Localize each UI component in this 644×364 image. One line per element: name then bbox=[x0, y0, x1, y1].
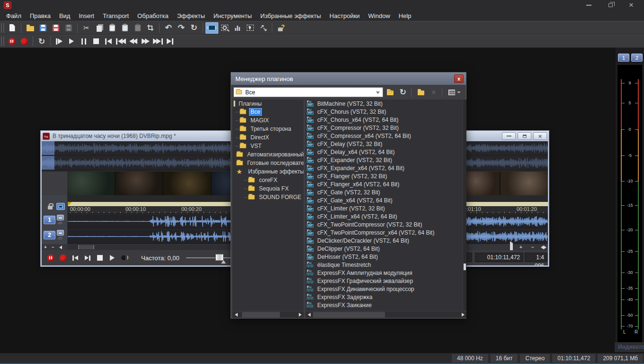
track-2-collapse-button[interactable] bbox=[57, 230, 64, 236]
plugin-list-item[interactable]: Fu VST cFX_Expander (VST2, 32 Bit) bbox=[305, 156, 463, 164]
scroll-left-button[interactable] bbox=[233, 312, 239, 318]
track-1-collapse-button[interactable] bbox=[57, 215, 64, 220]
plugin-list-item[interactable]: Fu VST cFX_Chorus_x64 (VST2, 64 Bit) bbox=[305, 116, 463, 124]
tree-item[interactable]: SOUND FORGE bbox=[233, 193, 304, 201]
view-options-button[interactable] bbox=[446, 87, 464, 98]
tree-item[interactable]: Все bbox=[233, 108, 304, 116]
meter-panel-title[interactable]: Индикато bbox=[615, 342, 644, 352]
zoom-in-button[interactable]: + bbox=[42, 245, 49, 250]
import-folder-button[interactable] bbox=[385, 87, 396, 98]
rescan-plugins-button[interactable] bbox=[397, 87, 409, 98]
doc-play-button[interactable] bbox=[106, 252, 118, 264]
fast-forward-button[interactable] bbox=[139, 36, 152, 47]
meter-preset-2-button[interactable]: 2 bbox=[631, 54, 643, 62]
context-help-button[interactable] bbox=[275, 22, 287, 34]
plugin-list-item[interactable]: Fu VST DeClicker/DeCrackler (VST2, 64 Bi… bbox=[305, 237, 463, 245]
previous-section-button[interactable] bbox=[115, 36, 127, 47]
zoom-out-button[interactable]: − bbox=[49, 245, 57, 250]
zoom-fit-button[interactable] bbox=[541, 246, 546, 249]
chevron-down-icon[interactable] bbox=[376, 91, 380, 94]
tree-item[interactable]: Избранные эффекты bbox=[233, 167, 304, 176]
toolbar-grip[interactable] bbox=[1, 23, 4, 33]
object-mode-icon[interactable] bbox=[56, 203, 65, 210]
scrollbar-thumb[interactable] bbox=[78, 245, 94, 249]
plugin-list-item[interactable]: Fu VST ExpressFX Заикание bbox=[305, 301, 463, 309]
scrollbar-thumb[interactable] bbox=[464, 264, 466, 270]
document-maximize-button[interactable] bbox=[518, 132, 531, 140]
loop-playback-button[interactable] bbox=[36, 36, 48, 47]
plugin-list-item[interactable]: Fu VST cFX_Compressor (VST2, 32 Bit) bbox=[305, 124, 463, 132]
plugin-list-item[interactable]: Fu VST DeClipper (VST2, 64 Bit) bbox=[305, 245, 463, 253]
plugin-list-item[interactable]: Fu VST ExpressFX Графический эквалайзер bbox=[305, 277, 463, 285]
tree-root[interactable]: Плагины bbox=[233, 100, 304, 108]
meter-preset-1-button[interactable]: 1 bbox=[618, 54, 629, 62]
restore-version-button[interactable] bbox=[188, 22, 200, 34]
menu-item[interactable]: Файл bbox=[2, 11, 26, 20]
tree-horizontal-scrollbar[interactable] bbox=[233, 311, 304, 318]
doc-goto-end-button[interactable] bbox=[81, 252, 94, 264]
menu-item[interactable]: Настройки bbox=[325, 11, 364, 20]
plugin-list-item[interactable]: Fu VST cFX_TwoPointCompressor_x64 (VST2,… bbox=[305, 228, 463, 237]
crossfade-button[interactable] bbox=[257, 22, 269, 34]
plugin-list-item[interactable]: Fu VST cFX_TwoPointCompressor (VST2, 32 … bbox=[305, 220, 463, 228]
menu-item[interactable]: Insert bbox=[74, 11, 98, 20]
statistics-button[interactable] bbox=[231, 22, 244, 34]
new-file-button[interactable] bbox=[6, 22, 18, 34]
track-2-button[interactable]: 2 bbox=[44, 231, 55, 239]
doc-stop-button[interactable] bbox=[94, 252, 106, 264]
record-button[interactable] bbox=[18, 36, 30, 47]
save-all-button[interactable] bbox=[62, 22, 75, 34]
range-select-button[interactable] bbox=[244, 22, 257, 34]
plugin-filter-combobox[interactable]: Все bbox=[233, 87, 383, 97]
plugin-list-item[interactable]: Fu VST ExpressFX Динамический процессор bbox=[305, 285, 463, 293]
plugin-list-item[interactable]: Fu VST DeHisser (VST2, 64 Bit) bbox=[305, 253, 463, 261]
scroll-left-button[interactable] bbox=[57, 245, 64, 250]
menu-item[interactable]: Window bbox=[364, 11, 394, 20]
delete-folder-button[interactable] bbox=[428, 87, 439, 98]
menu-item[interactable]: Избранные эффекты bbox=[256, 11, 325, 20]
menu-item[interactable]: Help bbox=[394, 11, 416, 20]
plugin-list-item[interactable]: Fu VST cFX_Gate (VST2, 32 Bit) bbox=[305, 188, 463, 196]
plugin-list-item[interactable]: Fu VST cFX_Expander_x64 (VST2, 64 Bit) bbox=[305, 164, 463, 172]
menu-item[interactable]: Обработка bbox=[133, 11, 173, 20]
play-from-start-button[interactable] bbox=[53, 36, 65, 47]
open-file-button[interactable] bbox=[24, 22, 36, 34]
document-minimize-button[interactable] bbox=[502, 132, 516, 140]
level-meter-panel[interactable]: 1 2 9 5 0 -5 -10 -15 -20 -25 -30 -35 -40… bbox=[616, 48, 644, 342]
list-horizontal-scrollbar[interactable] bbox=[305, 311, 466, 318]
rewind-button[interactable] bbox=[127, 36, 139, 47]
plugin-list-item[interactable]: Fu VST cFX_Gate_x64 (VST2, 64 Bit) bbox=[305, 196, 463, 204]
tree-item[interactable]: Sequoia FX bbox=[233, 184, 304, 193]
goto-start-button[interactable] bbox=[102, 36, 115, 47]
menu-item[interactable]: Transport bbox=[98, 11, 133, 20]
object-editor-button[interactable] bbox=[206, 22, 218, 34]
menu-item[interactable]: Правка bbox=[26, 11, 55, 20]
paste-special-button[interactable] bbox=[118, 22, 131, 34]
doc-record-pause-button[interactable] bbox=[45, 252, 57, 264]
paste-insert-button[interactable] bbox=[131, 22, 144, 34]
plugin-list-item[interactable]: Fu VST BitMachine (VST2, 32 Bit) bbox=[305, 100, 463, 108]
plugin-list-item[interactable]: Fu VST cFX_Compressor_x64 (VST2, 64 Bit) bbox=[305, 132, 463, 140]
save-button[interactable] bbox=[36, 22, 49, 34]
redo-button[interactable] bbox=[175, 22, 188, 34]
tree-item[interactable]: Третья сторона bbox=[233, 125, 304, 133]
tree-item[interactable]: coreFX bbox=[233, 176, 304, 184]
cut-button[interactable] bbox=[80, 22, 93, 34]
plugin-list-item[interactable]: Fu VST cFX_Flanger_x64 (VST2, 64 Bit) bbox=[305, 180, 463, 188]
doc-goto-start-button[interactable] bbox=[69, 252, 81, 264]
add-folder-button[interactable] bbox=[415, 87, 427, 98]
save-as-button[interactable] bbox=[49, 22, 62, 34]
record-pause-button[interactable] bbox=[6, 36, 18, 47]
track-1-button[interactable]: 1 bbox=[44, 216, 55, 224]
plugin-list-item[interactable]: Fu VST cFX_Chorus (VST2, 32 Bit) bbox=[305, 108, 463, 116]
scrollbar-thumb[interactable] bbox=[313, 312, 385, 318]
tree-item[interactable]: Автоматизированный bbox=[233, 150, 304, 159]
pause-button[interactable] bbox=[78, 36, 90, 47]
menu-item[interactable]: Инструменты bbox=[209, 11, 256, 20]
plugin-list-vertical-scrollbar[interactable] bbox=[463, 100, 466, 311]
plugin-list-item[interactable]: Fu VST cFX_Limiter_x64 (VST2, 64 Bit) bbox=[305, 212, 463, 220]
tree-item[interactable]: Готовые последовате. bbox=[233, 159, 304, 167]
plugin-list-item[interactable]: Fu VST ExpressFX Амплитудная модуляция bbox=[305, 269, 463, 277]
window-minimize-button[interactable] bbox=[581, 0, 597, 10]
document-close-button[interactable] bbox=[533, 132, 547, 140]
